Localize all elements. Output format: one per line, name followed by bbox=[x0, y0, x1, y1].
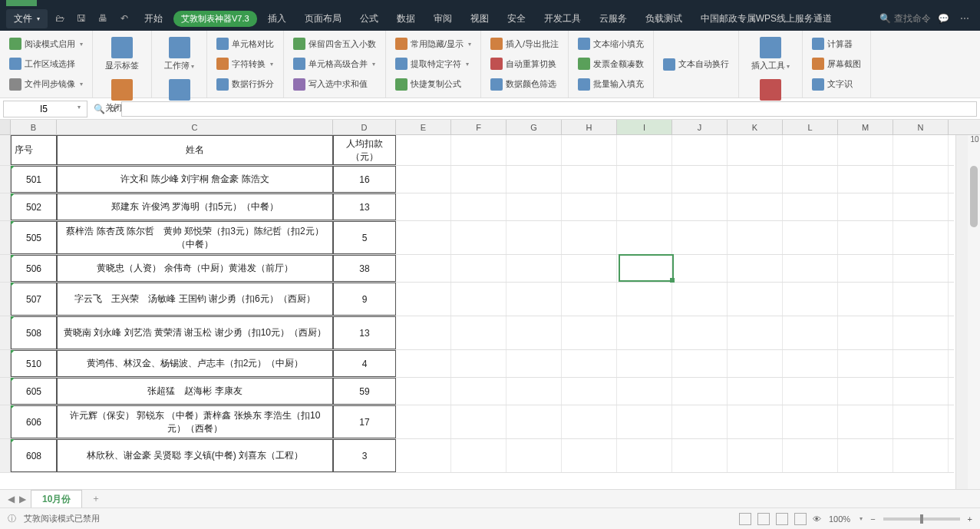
work-area[interactable]: 工作区域选择 bbox=[6, 56, 86, 71]
cell-seq[interactable]: 505 bbox=[11, 221, 57, 254]
header-seq[interactable]: 序号 bbox=[11, 135, 57, 165]
row-header[interactable] bbox=[0, 221, 11, 254]
row-header[interactable] bbox=[0, 405, 11, 438]
row-header[interactable] bbox=[0, 255, 11, 282]
row-header[interactable] bbox=[0, 193, 11, 220]
cell-seq[interactable]: 606 bbox=[11, 405, 57, 438]
cell-seq[interactable]: 608 bbox=[11, 439, 57, 472]
cell-name[interactable]: 黄晓南 刘永峰 刘艺浩 黄荣清 谢玉松 谢少勇（扣10元）（西厨） bbox=[57, 316, 333, 349]
cell-name[interactable]: 许文和 陈少峰 刘宇桐 詹金豪 陈浩文 bbox=[57, 166, 333, 193]
cell-amount[interactable]: 5 bbox=[333, 221, 396, 254]
char-convert[interactable]: 字符转换▾ bbox=[213, 56, 277, 71]
cell-name[interactable]: 黄鸿伟、林汉金、杨锡波、卢志丰（扣2元）（中厨） bbox=[57, 350, 333, 377]
chat-icon[interactable]: 💬 bbox=[934, 9, 952, 28]
auto-recalc[interactable]: 自动重算切换 bbox=[487, 56, 562, 71]
col-header-J[interactable]: J bbox=[672, 120, 728, 134]
col-header-F[interactable]: F bbox=[451, 120, 506, 134]
ocr[interactable]: 文字识 bbox=[809, 77, 864, 92]
cell-compare[interactable]: 单元格对比 bbox=[213, 36, 277, 51]
search-commands[interactable]: 🔍 查找命令 bbox=[879, 12, 931, 25]
col-header-M[interactable]: M bbox=[838, 120, 893, 134]
menu-dev[interactable]: 开发工具 bbox=[536, 9, 589, 28]
cell-name[interactable]: 郑建东 许俊鸿 罗海明（扣5元）（中餐） bbox=[57, 193, 333, 220]
col-header-L[interactable]: L bbox=[783, 120, 838, 134]
col-header-G[interactable]: G bbox=[506, 120, 562, 134]
col-header-B[interactable]: B bbox=[11, 120, 57, 134]
round45[interactable]: 保留四舍五入小数 bbox=[290, 36, 379, 51]
menu-data[interactable]: 数据 bbox=[389, 9, 423, 28]
header-name[interactable]: 姓名 bbox=[57, 135, 333, 165]
menu-review[interactable]: 审阅 bbox=[426, 9, 460, 28]
select-all-corner[interactable] bbox=[0, 120, 11, 134]
cell-seq[interactable]: 508 bbox=[11, 316, 57, 349]
cell-name[interactable]: 黄晓忠（人资） 余伟奇（中厨）黄港发（前厅） bbox=[57, 255, 333, 282]
cell-seq[interactable]: 605 bbox=[11, 378, 57, 405]
zoom-out[interactable]: − bbox=[870, 514, 875, 524]
info-icon[interactable]: ⓘ bbox=[8, 513, 16, 524]
color-filter[interactable]: 数据颜色筛选 bbox=[487, 77, 562, 92]
advanced-merge[interactable]: 单元格高级合并▾ bbox=[290, 56, 379, 71]
menu-view[interactable]: 视图 bbox=[463, 9, 497, 28]
insert-tools[interactable]: 插入工具▾ bbox=[745, 34, 796, 74]
cell-name[interactable]: 张超猛 赵海彬 李康友 bbox=[57, 378, 333, 405]
view-page-icon[interactable] bbox=[757, 513, 770, 525]
open-icon[interactable]: 🗁 bbox=[51, 9, 69, 28]
col-header-H[interactable]: H bbox=[562, 120, 617, 134]
zoom-icon[interactable]: 🔍 bbox=[94, 104, 105, 114]
cell-name[interactable]: 字云飞 王兴荣 汤敏峰 王国钧 谢少勇（扣6元）（西厨） bbox=[57, 283, 333, 316]
file-sync[interactable]: 文件同步镜像▾ bbox=[6, 77, 86, 92]
sheet-tab-active[interactable]: 10月份 bbox=[31, 490, 82, 508]
header-amount[interactable]: 人均扣款（元） bbox=[333, 135, 396, 165]
quick-copy[interactable]: 快捷复制公式 bbox=[392, 77, 474, 92]
cell-seq[interactable]: 510 bbox=[11, 350, 57, 377]
show-tags[interactable]: 显示标签 bbox=[99, 34, 145, 74]
cell-amount[interactable]: 3 bbox=[333, 439, 396, 472]
zoom-slider[interactable] bbox=[883, 517, 960, 521]
compress[interactable]: 文本缩小填充 bbox=[575, 36, 647, 51]
cell-name[interactable]: 许元辉（保安） 郭锐东 （中餐）萧梓鑫 张焕东 李浩生（扣10元）（西餐） bbox=[57, 405, 333, 438]
col-header-C[interactable]: C bbox=[57, 120, 333, 134]
import-export[interactable]: 插入/导出批注 bbox=[487, 36, 562, 51]
add-sheet-button[interactable]: ＋ bbox=[85, 490, 107, 508]
save-icon[interactable]: 🖫 bbox=[72, 9, 91, 28]
formula-input[interactable] bbox=[121, 101, 977, 117]
calculator[interactable]: 计算器 bbox=[809, 36, 864, 51]
cell-amount[interactable]: 4 bbox=[333, 350, 396, 377]
cell-amount[interactable]: 17 bbox=[333, 405, 396, 438]
row-header[interactable] bbox=[0, 316, 11, 349]
row-header[interactable] bbox=[0, 350, 11, 377]
menu-layout[interactable]: 页面布局 bbox=[297, 9, 349, 28]
menu-post[interactable]: 中国邮政专属WPS线上服务通道 bbox=[693, 9, 840, 28]
cell-seq[interactable]: 501 bbox=[11, 166, 57, 193]
row-header[interactable] bbox=[0, 439, 11, 472]
undo-icon[interactable]: ↶ bbox=[115, 9, 134, 28]
print-icon[interactable]: 🖶 bbox=[94, 9, 112, 28]
zoom-in[interactable]: + bbox=[968, 514, 972, 524]
row-header[interactable] bbox=[0, 378, 11, 405]
invoice[interactable]: 发票金额凑数 bbox=[575, 56, 647, 71]
tab-nav[interactable]: ◀▶ bbox=[6, 494, 28, 504]
screenshot[interactable]: 屏幕截图 bbox=[809, 56, 864, 71]
write-sum[interactable]: 写入选中求和值 bbox=[290, 77, 379, 92]
cell-name[interactable]: 林欣秋、谢金豪 吴贤聪 李义镇(中餐) 刘喜东（工程） bbox=[57, 439, 333, 472]
cell-amount[interactable]: 13 bbox=[333, 193, 396, 220]
vertical-scrollbar[interactable] bbox=[968, 135, 980, 489]
extract-char[interactable]: 提取特定字符▾ bbox=[392, 56, 474, 71]
row-split[interactable]: 数据行拆分 bbox=[213, 77, 277, 92]
eye-icon[interactable]: 👁 bbox=[813, 514, 821, 524]
cell-seq[interactable]: 502 bbox=[11, 193, 57, 220]
cell-amount[interactable]: 9 bbox=[333, 283, 396, 316]
read-mode[interactable]: 阅读模式启用▾ bbox=[6, 36, 86, 51]
col-header-K[interactable]: K bbox=[728, 120, 783, 134]
view-reading-icon[interactable] bbox=[794, 513, 807, 525]
menu-security[interactable]: 安全 bbox=[500, 9, 533, 28]
file-menu[interactable]: 文件 bbox=[6, 9, 48, 28]
col-header-E[interactable]: E bbox=[396, 120, 451, 134]
workbook[interactable]: 工作簿▾ bbox=[158, 34, 200, 74]
menu-load[interactable]: 负载测试 bbox=[638, 9, 690, 28]
col-header-N[interactable]: N bbox=[893, 120, 949, 134]
col-header-I[interactable]: I bbox=[617, 120, 672, 134]
cell-reference[interactable]: I5 bbox=[3, 101, 87, 117]
col-header-D[interactable]: D bbox=[333, 120, 396, 134]
cell-amount[interactable]: 13 bbox=[333, 316, 396, 349]
